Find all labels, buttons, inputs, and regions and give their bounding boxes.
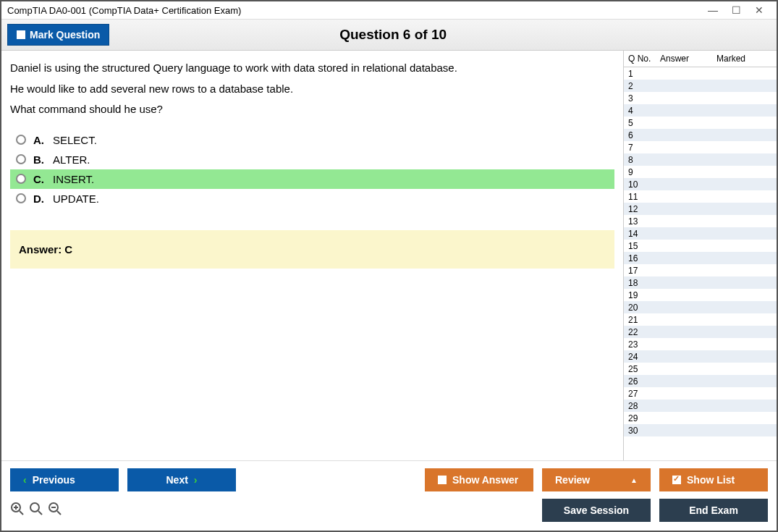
row-qno: 18 <box>628 278 660 288</box>
row-qno: 26 <box>628 376 660 387</box>
question-list-row[interactable]: 8 <box>624 153 777 166</box>
maximize-icon[interactable]: ☐ <box>730 4 742 16</box>
content-area: Daniel is using the structured Query lan… <box>1 51 777 460</box>
save-session-label: Save Session <box>564 504 629 516</box>
question-list-row[interactable]: 20 <box>624 301 777 313</box>
show-answer-button[interactable]: Show Answer <box>425 468 533 491</box>
row-qno: 16 <box>628 253 660 263</box>
question-list-row[interactable]: 1 <box>624 67 777 80</box>
row-qno: 1 <box>628 69 660 79</box>
question-list-row[interactable]: 21 <box>624 313 777 326</box>
svg-line-5 <box>38 511 42 515</box>
option-text: INSERT. <box>53 173 94 185</box>
zoom-out-icon[interactable] <box>48 502 62 520</box>
option-letter: B. <box>33 153 44 166</box>
question-list-row[interactable]: 18 <box>624 276 777 289</box>
end-exam-label: End Exam <box>689 504 738 516</box>
window-title: CompTIA DA0-001 (CompTIA Data+ Certifica… <box>7 5 241 16</box>
question-list-row[interactable]: 13 <box>624 215 777 227</box>
option-letter: C. <box>33 173 44 185</box>
question-list-row[interactable]: 17 <box>624 264 777 276</box>
question-list-row[interactable]: 23 <box>624 338 777 350</box>
question-line: Daniel is using the structured Query lan… <box>10 58 614 79</box>
radio-icon <box>16 174 26 184</box>
question-line: He would like to add several new rows to… <box>10 79 614 100</box>
option-a[interactable]: A.SELECT. <box>10 130 614 150</box>
close-icon[interactable]: ✕ <box>753 4 765 16</box>
option-letter: A. <box>33 134 44 146</box>
review-button[interactable]: Review ▲ <box>542 468 651 491</box>
question-list-row[interactable]: 12 <box>624 203 777 215</box>
minimize-icon[interactable]: — <box>707 4 719 16</box>
question-list-row[interactable]: 10 <box>624 178 777 190</box>
question-line: What command should he use? <box>10 99 614 120</box>
question-list-row[interactable]: 24 <box>624 350 777 363</box>
next-button[interactable]: Next › <box>127 468 236 491</box>
end-exam-button[interactable]: End Exam <box>659 499 768 522</box>
question-list-row[interactable]: 4 <box>624 104 777 117</box>
question-list-row[interactable]: 14 <box>624 227 777 240</box>
col-marked: Marked <box>716 54 772 64</box>
dropdown-icon: ▲ <box>630 476 638 484</box>
option-text: SELECT. <box>53 134 97 146</box>
question-list-row[interactable]: 3 <box>624 92 777 104</box>
question-text: Daniel is using the structured Query lan… <box>10 58 614 120</box>
row-qno: 2 <box>628 81 660 91</box>
header-bar: Mark Question Question 6 of 10 <box>1 20 777 51</box>
question-list-row[interactable]: 19 <box>624 289 777 301</box>
option-c[interactable]: C.INSERT. <box>10 169 614 189</box>
svg-line-7 <box>57 511 61 515</box>
question-list-row[interactable]: 7 <box>624 141 777 153</box>
row-qno: 22 <box>628 327 660 337</box>
radio-icon <box>16 193 26 203</box>
mark-question-button[interactable]: Mark Question <box>7 24 109 46</box>
question-list-row[interactable]: 9 <box>624 166 777 178</box>
question-list-row[interactable]: 22 <box>624 326 777 338</box>
question-pane: Daniel is using the structured Query lan… <box>1 51 623 460</box>
zoom-reset-icon[interactable] <box>29 502 43 520</box>
save-session-button[interactable]: Save Session <box>542 499 651 522</box>
row-qno: 28 <box>628 401 660 411</box>
row-qno: 9 <box>628 167 660 177</box>
option-b[interactable]: B.ALTER. <box>10 150 614 169</box>
checkbox-checked-icon <box>672 476 681 484</box>
row-qno: 11 <box>628 192 660 202</box>
next-label: Next <box>166 474 187 486</box>
row-qno: 8 <box>628 155 660 165</box>
zoom-in-icon[interactable] <box>10 502 25 520</box>
options-list: A.SELECT.B.ALTER.C.INSERT.D.UPDATE. <box>10 130 614 208</box>
footer: ‹ Previous Next › Show Answer Review ▲ S… <box>1 460 777 531</box>
titlebar: CompTIA DA0-001 (CompTIA Data+ Certifica… <box>1 1 777 20</box>
question-list-row[interactable]: 26 <box>624 375 777 387</box>
row-qno: 24 <box>628 352 660 362</box>
row-qno: 17 <box>628 266 660 276</box>
question-list-row[interactable]: 25 <box>624 363 777 375</box>
row-qno: 25 <box>628 364 660 374</box>
question-list-row[interactable]: 5 <box>624 117 777 129</box>
row-qno: 23 <box>628 339 660 350</box>
question-list-row[interactable]: 29 <box>624 412 777 424</box>
question-list-row[interactable]: 30 <box>624 424 777 436</box>
option-d[interactable]: D.UPDATE. <box>10 189 614 208</box>
question-list-row[interactable]: 27 <box>624 387 777 400</box>
option-text: UPDATE. <box>53 193 99 205</box>
row-qno: 3 <box>628 93 660 104</box>
question-list-row[interactable]: 6 <box>624 129 777 141</box>
app-window: CompTIA DA0-001 (CompTIA Data+ Certifica… <box>0 0 778 532</box>
question-list-row[interactable]: 15 <box>624 240 777 252</box>
row-qno: 6 <box>628 130 660 140</box>
question-list-row[interactable]: 11 <box>624 190 777 203</box>
question-list[interactable]: 1234567891011121314151617181920212223242… <box>624 67 777 460</box>
row-qno: 4 <box>628 106 660 116</box>
question-list-row[interactable]: 16 <box>624 252 777 264</box>
row-qno: 5 <box>628 118 660 128</box>
question-list-row[interactable]: 2 <box>624 80 777 92</box>
question-list-header: Q No. Answer Marked <box>624 51 777 67</box>
show-list-button[interactable]: Show List <box>659 468 768 491</box>
question-list-row[interactable]: 28 <box>624 400 777 412</box>
previous-button[interactable]: ‹ Previous <box>10 468 119 491</box>
mark-question-label: Mark Question <box>30 29 100 41</box>
footer-row-1: ‹ Previous Next › Show Answer Review ▲ S… <box>10 468 768 491</box>
review-label: Review <box>555 474 590 486</box>
question-counter: Question 6 of 10 <box>109 27 677 43</box>
